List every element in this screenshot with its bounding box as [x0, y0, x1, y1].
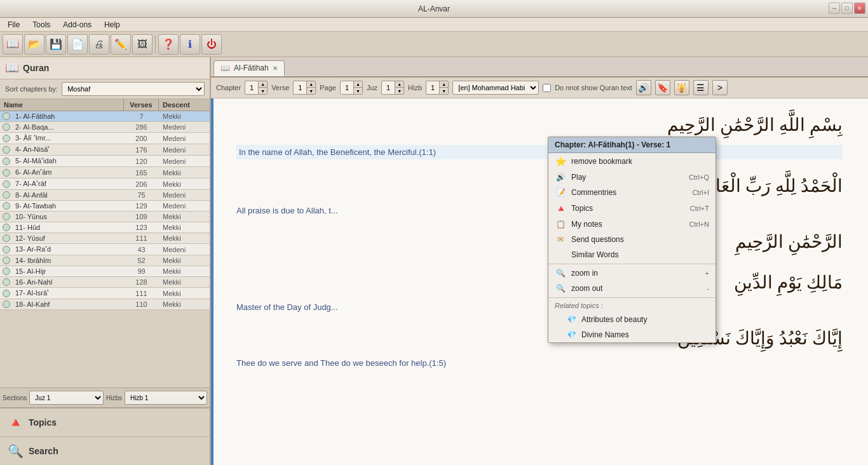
chapter-row[interactable]: 15- Al-Hijr 99 Mekki — [0, 266, 210, 277]
pdf-button[interactable]: 📄 — [67, 34, 88, 55]
power-button[interactable]: ⏻ — [201, 34, 222, 55]
chapter-name: 17- Al-Isrāʾ — [13, 288, 124, 299]
chapter-name: 13- Ar-Raʿd — [13, 244, 124, 255]
chapter-row[interactable]: 6- Al-Anʿām 165 Mekki — [0, 167, 210, 179]
page-decrement[interactable]: ▼ — [353, 88, 362, 94]
verse-arabic-2: الْحَمْدُ لِلَّهِ رَبِّ الْعَالَمِينَ — [236, 172, 843, 201]
open-book-button[interactable]: 📖 — [3, 34, 23, 55]
hizb-select[interactable]: Hizb 1 — [125, 391, 207, 405]
chapter-increment[interactable]: ▲ — [258, 81, 267, 88]
hizb-label: Hizb — [408, 84, 422, 91]
chapter-icon — [0, 169, 13, 177]
help-button[interactable]: ❓ — [158, 34, 179, 55]
ctx-my-notes[interactable]: 📋 My notes Ctrl+N — [548, 217, 715, 232]
chapter-row[interactable]: 1- Al-Fātihah 7 Mekki — [0, 111, 210, 122]
verse-decrement[interactable]: ▼ — [306, 88, 315, 94]
juz-select[interactable]: Juz 1 — [29, 391, 104, 405]
chapter-row[interactable]: 4- An-Nisāʾ 176 Medeni — [0, 144, 210, 156]
restore-button[interactable]: □ — [841, 3, 853, 14]
menu-file[interactable]: File — [3, 19, 25, 30]
edit-button[interactable]: ✏️ — [111, 34, 131, 55]
content-controls: Chapter 1 ▲ ▼ Verse 1 ▲ ▼ Page 1 — [211, 78, 868, 98]
juz-decrement[interactable]: ▼ — [395, 88, 403, 94]
juz-spinner[interactable]: 1 ▲ ▼ — [381, 81, 404, 95]
chapter-dot — [3, 290, 10, 297]
chapter-row[interactable]: 18- Al-Kahf 110 Mekki — [0, 299, 210, 310]
hizb-decrement[interactable]: ▼ — [439, 88, 448, 94]
ctx-play[interactable]: 🔊 Play Ctrl+Q — [548, 170, 715, 185]
page-spinner-buttons[interactable]: ▲ ▼ — [353, 81, 362, 94]
search-button[interactable]: 🔍 Search — [0, 437, 210, 465]
hizb-spinner-buttons[interactable]: ▲ ▼ — [439, 81, 448, 94]
hizb-increment[interactable]: ▲ — [439, 81, 448, 88]
bookmark-button[interactable]: 🔖 — [655, 80, 670, 95]
chapter-decrement[interactable]: ▼ — [258, 88, 267, 94]
translation-select[interactable]: [en] Mohammad Habi — [452, 81, 539, 95]
sound-button[interactable]: 🔊 — [636, 80, 651, 95]
chapter-row[interactable]: 2- Al-Baqa... 286 Medeni — [0, 122, 210, 133]
verse-spinner-buttons[interactable]: ▲ ▼ — [306, 81, 315, 94]
show-quran-text-checkbox[interactable] — [543, 84, 551, 92]
verse-spinner[interactable]: 1 ▲ ▼ — [293, 81, 316, 95]
chapter-row[interactable]: 12- Yūsuf 111 Mekki — [0, 233, 210, 244]
chapter-descent: Mekki — [159, 111, 210, 121]
tafsir-button[interactable]: 🕌 — [674, 80, 689, 95]
page-increment[interactable]: ▲ — [353, 81, 362, 88]
topics-button[interactable]: 🔺 Topics — [0, 408, 210, 437]
chapter-name: 5- Al-Māʾidah — [13, 156, 124, 166]
chapter-row[interactable]: 14- Ibrāhīm 52 Mekki — [0, 255, 210, 266]
close-button[interactable]: ✕ — [854, 3, 865, 14]
chapter-icon — [0, 158, 13, 165]
ctx-zoom-in[interactable]: 🔍 zoom in + — [548, 266, 715, 281]
list-button[interactable]: ☰ — [693, 80, 709, 95]
page-spinner[interactable]: 1 ▲ ▼ — [340, 81, 363, 95]
image-button[interactable]: 🖼 — [132, 34, 153, 55]
info-button[interactable]: ℹ — [180, 34, 200, 55]
chapter-descent: Medeni — [159, 245, 210, 255]
chapter-row[interactable]: 8- Al-Anfāl 75 Medeni — [0, 190, 210, 201]
ctx-divine-names[interactable]: 💎 Divine Names — [548, 327, 715, 342]
menu-addons[interactable]: Add-ons — [58, 19, 97, 30]
minimize-button[interactable]: ─ — [829, 3, 840, 14]
chapter-row[interactable]: 7- Al-Aʿrāf 206 Mekki — [0, 179, 210, 190]
chapter-row[interactable]: 10- Yūnus 109 Mekki — [0, 212, 210, 222]
chapter-row[interactable]: 9- At-Tawbah 129 Medeni — [0, 201, 210, 212]
tab-close-button[interactable]: ✕ — [273, 65, 278, 72]
ctx-zoom-out[interactable]: 🔍 zoom out - — [548, 281, 715, 296]
save-button[interactable]: 💾 — [46, 34, 66, 55]
ctx-topics-shortcut: Ctrl+T — [690, 205, 709, 212]
sort-select[interactable]: Moshaf Revelation Alphabetical — [62, 82, 205, 96]
window-controls[interactable]: ─ □ ✕ — [829, 3, 865, 14]
verse-translation-2: All praise is due to Allah, t... — [236, 206, 843, 215]
chapter-spinner-buttons[interactable]: ▲ ▼ — [258, 81, 267, 94]
juz-increment[interactable]: ▲ — [395, 81, 403, 88]
verse-increment[interactable]: ▲ — [306, 81, 315, 88]
chapter-row[interactable]: 13- Ar-Raʿd 43 Medeni — [0, 244, 210, 255]
menu-help[interactable]: Help — [99, 19, 125, 30]
ctx-related-topics-label: Related topics : — [548, 299, 715, 312]
ctx-similar-words[interactable]: Similar Words — [548, 247, 715, 262]
chapter-verses: 109 — [124, 212, 159, 222]
chapter-row[interactable]: 17- Al-Isrāʾ 111 Mekki — [0, 288, 210, 299]
chapter-row[interactable]: 11- Hūd 123 Mekki — [0, 222, 210, 233]
juz-spinner-buttons[interactable]: ▲ ▼ — [395, 81, 403, 94]
tab-fatihah[interactable]: 📖 Al-Fātihah ✕ — [214, 60, 285, 76]
ctx-attributes-beauty[interactable]: 💎 Attributes of beauty — [548, 312, 715, 327]
menu-tools[interactable]: Tools — [27, 19, 55, 30]
sidebar-title: Quran — [23, 63, 49, 73]
ctx-topics[interactable]: 🔺 Topics Ctrl+T — [548, 200, 715, 217]
chapter-icon — [0, 246, 13, 253]
ctx-remove-bookmark[interactable]: ⭐ remove bookmark — [548, 153, 715, 170]
chapter-row[interactable]: 5- Al-Māʾidah 120 Medeni — [0, 156, 210, 167]
chapter-dot — [3, 135, 10, 142]
chapter-descent: Medeni — [159, 201, 210, 211]
hizb-spinner[interactable]: 1 ▲ ▼ — [426, 81, 449, 95]
ctx-commentries[interactable]: 📝 Commentries Ctrl+I — [548, 185, 715, 200]
more-button[interactable]: > — [712, 80, 728, 95]
chapter-row[interactable]: 16- An-Nahl 128 Mekki — [0, 277, 210, 288]
ctx-send-questions[interactable]: ✉ Send questions — [548, 232, 715, 247]
chapter-row[interactable]: 3- Âlī ʿImr... 200 Medeni — [0, 133, 210, 144]
chapter-spinner[interactable]: 1 ▲ ▼ — [245, 81, 268, 95]
print-button[interactable]: 🖨 — [89, 34, 109, 55]
open-folder-button[interactable]: 📂 — [24, 34, 44, 55]
